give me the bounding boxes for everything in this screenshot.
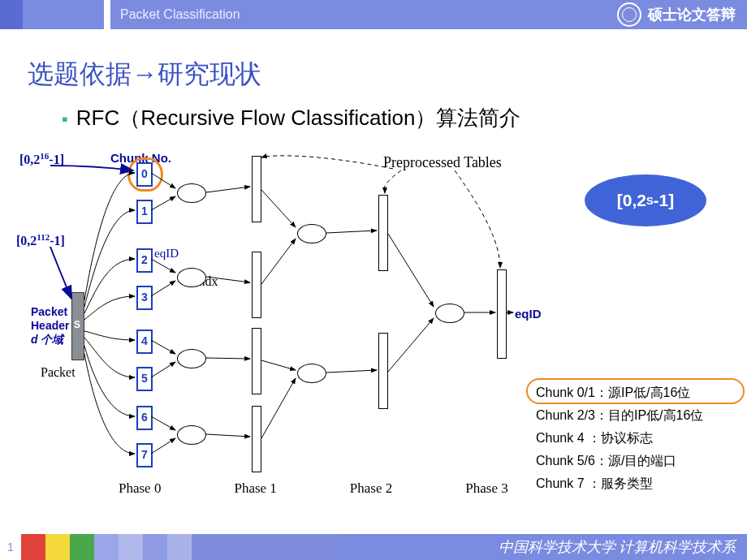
legend-row-0: Chunk 0/1：源IP低/高16位: [536, 381, 743, 404]
chunk-legend: Chunk 0/1：源IP低/高16位 Chunk 2/3：目的IP低/高16位…: [536, 381, 743, 495]
topbar-right-text: 硕士论文答辩: [648, 5, 736, 24]
svg-line-17: [326, 370, 377, 373]
svg-line-3: [151, 281, 175, 296]
svg-line-12: [261, 190, 296, 227]
rfc-diagram: [0,216-1] [0,2112-1] Chunk No. Packet He…: [13, 146, 541, 503]
svg-line-2: [151, 259, 175, 273]
footer-color-3: [70, 534, 94, 560]
page-number: 1: [0, 534, 21, 560]
svg-line-14: [261, 360, 296, 370]
footer-decor: [94, 534, 338, 560]
svg-line-18: [388, 234, 434, 307]
svg-line-19: [388, 318, 434, 372]
footer-right-text: 中国科学技术大学 计算机科学技术系: [499, 537, 736, 557]
topbar-separator: [104, 0, 110, 29]
svg-line-16: [326, 230, 377, 233]
diagram-arrows: [13, 146, 541, 503]
svg-line-13: [261, 239, 296, 284]
topbar-right: 硕士论文答辩: [617, 2, 736, 27]
footer-color-2: [45, 534, 70, 560]
legend-row-2: Chunk 4 ：协议标志: [536, 427, 743, 450]
svg-line-10: [206, 358, 250, 359]
slide-bullet: RFC（Recursive Flow Classification）算法简介: [62, 104, 520, 132]
svg-line-0: [151, 173, 175, 188]
topbar-gap: [23, 0, 104, 29]
legend-row-3: Chunk 5/6：源/目的端口: [536, 450, 743, 472]
svg-line-6: [151, 416, 175, 430]
legend-row-4: Chunk 7 ：服务类型: [536, 472, 743, 495]
bottom-bar: 1 中国科学技术大学 计算机科学技术系: [0, 534, 747, 560]
svg-line-1: [151, 196, 175, 210]
svg-line-4: [151, 340, 175, 354]
university-logo-icon: [617, 2, 641, 27]
svg-line-7: [151, 438, 175, 454]
svg-line-11: [206, 434, 250, 437]
footer-color-1: [21, 534, 45, 560]
svg-line-15: [261, 378, 296, 438]
top-bar: Packet Classification 硕士论文答辩: [0, 0, 747, 29]
svg-line-8: [206, 187, 250, 192]
legend-row-1: Chunk 2/3：目的IP低/高16位: [536, 404, 743, 427]
slide-heading: 选题依据→研究现状: [28, 57, 261, 93]
slide: Packet Classification 硕士论文答辩 选题依据→研究现状 R…: [0, 0, 747, 560]
topbar-title: Packet Classification: [120, 7, 240, 22]
output-range-badge: [0,2S-1]: [585, 174, 706, 226]
svg-line-9: [206, 277, 250, 282]
svg-line-5: [151, 362, 175, 377]
topbar-accent-block: [0, 0, 23, 29]
